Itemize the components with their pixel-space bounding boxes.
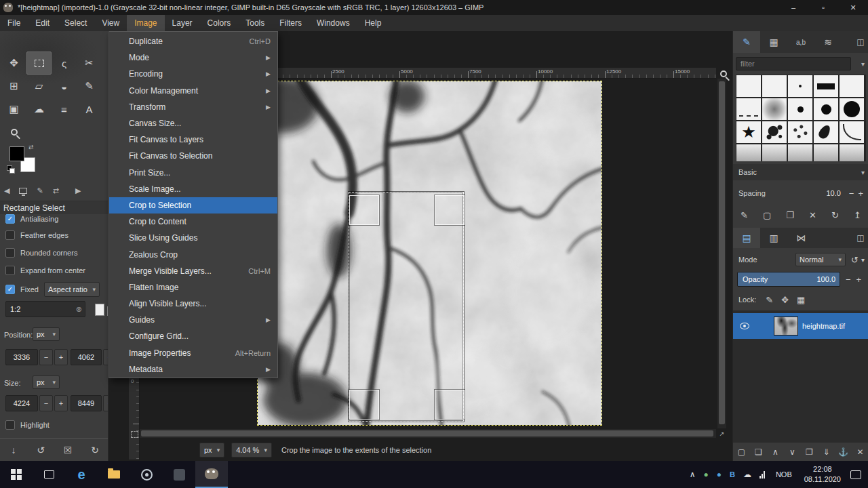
brush-swatch[interactable] — [788, 98, 812, 120]
color-area[interactable]: ⇄ — [7, 144, 45, 176]
statusbar-zoom-dropdown[interactable]: 4.04 % — [231, 443, 272, 458]
configure-tab-icon[interactable]: ◫ — [852, 228, 868, 248]
menu-item-configure-grid[interactable]: Configure Grid... — [109, 328, 277, 344]
save-preset-icon[interactable]: ↓ — [0, 445, 27, 455]
brush-swatch[interactable] — [814, 121, 838, 143]
bluetooth-icon[interactable]: B — [730, 470, 735, 479]
brush-swatch[interactable] — [736, 144, 761, 161]
menu-item-canvas-size[interactable]: Canvas Size... — [109, 115, 277, 131]
selection-handle-top-left[interactable] — [349, 195, 379, 225]
menu-filters[interactable]: Filters — [272, 15, 309, 31]
maximize-button[interactable]: ▫ — [808, 0, 838, 15]
layer-thumbnail[interactable] — [774, 317, 798, 336]
steam-button[interactable] — [130, 461, 163, 488]
brush-swatch[interactable] — [788, 121, 812, 143]
size-width-decrement-button[interactable]: − — [39, 395, 53, 411]
position-y-decrement-button[interactable]: − — [103, 349, 108, 365]
tab-fonts[interactable]: a,b — [787, 31, 814, 53]
menu-item-metadata[interactable]: Metadata▶ — [109, 361, 277, 378]
new-brush-icon[interactable]: ▢ — [763, 210, 771, 220]
reset-tool-options-icon[interactable]: ↻ — [81, 445, 108, 455]
menu-item-color-management[interactable]: Color Management▶ — [109, 83, 277, 99]
open-brush-icon[interactable]: ↥ — [854, 210, 861, 220]
layer-row-heightmap[interactable]: heightmap.tif — [733, 313, 868, 339]
edit-brush-icon[interactable]: ✎ — [741, 210, 748, 220]
tab-layers[interactable]: ▤ — [733, 228, 760, 248]
brush-swatch[interactable] — [736, 75, 761, 97]
lock-alpha-icon[interactable]: ▦ — [797, 295, 805, 305]
expand-row[interactable]: Expand from center — [0, 263, 108, 278]
menu-select[interactable]: Select — [57, 15, 94, 31]
selection-rectangle[interactable] — [349, 192, 464, 422]
menu-item-crop-to-content[interactable]: Crop to Content — [109, 214, 277, 230]
swap-colors-icon[interactable]: ⇄ — [28, 144, 34, 150]
refresh-brushes-icon[interactable]: ↻ — [831, 210, 839, 220]
brush-swatch[interactable]: ★ — [736, 121, 761, 143]
tab-gradients[interactable]: ≋ — [814, 31, 842, 53]
antialiasing-row[interactable]: Antialiasing — [0, 211, 108, 226]
onedrive-cloud-icon[interactable]: ☁ — [743, 470, 751, 479]
tool-clone-button[interactable]: ▣ — [1, 98, 26, 121]
selection-handle-top-right[interactable] — [435, 195, 465, 225]
menu-item-guides[interactable]: Guides▶ — [109, 312, 277, 328]
vertical-scrollbar[interactable] — [717, 79, 726, 428]
new-layer-icon[interactable]: ▢ — [733, 447, 750, 457]
opacity-increment-icon[interactable]: + — [856, 274, 862, 285]
menu-item-zealous-crop[interactable]: Zealous Crop — [109, 246, 277, 262]
device-status-tab-icon[interactable]: ✎ — [37, 186, 43, 195]
tool-bucket-fill-button[interactable]: ◒ — [52, 75, 77, 98]
file-explorer-button[interactable] — [98, 461, 130, 488]
spacing-decrement-icon[interactable]: − — [849, 188, 854, 199]
chevron-down-icon[interactable]: ▾ — [861, 60, 865, 68]
menu-item-slice-using-guides[interactable]: Slice Using Guides — [109, 230, 277, 246]
anchor-layer-icon[interactable]: ⚓ — [835, 447, 852, 457]
menu-item-fit-canvas-to-layers[interactable]: Fit Canvas to Layers — [109, 131, 277, 148]
restore-preset-icon[interactable]: ↺ — [27, 445, 54, 455]
size-unit-dropdown[interactable]: px — [33, 375, 60, 389]
lock-position-icon[interactable]: ✥ — [781, 295, 789, 305]
duplicate-layer-icon[interactable]: ❐ — [801, 447, 818, 457]
selection-handle-bottom-right[interactable] — [435, 390, 465, 420]
highlight-row[interactable]: Highlight — [0, 418, 108, 432]
tool-crop-button[interactable]: ⊞ — [1, 75, 26, 98]
menu-item-transform[interactable]: Transform▶ — [109, 99, 277, 115]
position-x-field[interactable]: 3336 — [5, 349, 38, 365]
tab-scroll-left-icon[interactable]: ◀ — [4, 186, 9, 195]
network-icon[interactable] — [760, 471, 765, 479]
merge-down-icon[interactable]: ⇓ — [818, 447, 835, 457]
tool-move-button[interactable]: ✥ — [1, 52, 26, 75]
new-layer-group-icon[interactable]: ❏ — [750, 447, 767, 457]
rounded-row[interactable]: Rounded corners — [0, 245, 108, 260]
menu-item-flatten-image[interactable]: Flatten Image — [109, 279, 277, 296]
statusbar-unit-dropdown[interactable]: px — [199, 443, 224, 458]
tray-app-icon-blue[interactable]: ● — [717, 470, 722, 479]
gimp-taskbar-button[interactable] — [195, 461, 228, 488]
size-width-field[interactable]: 4224 — [5, 395, 38, 411]
tab-channels[interactable]: ▥ — [760, 228, 787, 248]
navigation-preview-button[interactable]: ↗ — [717, 429, 726, 438]
tray-app-icon-green[interactable]: ● — [703, 470, 708, 479]
language-indicator[interactable]: NOB — [776, 470, 792, 479]
menu-view[interactable]: View — [94, 15, 127, 31]
lower-layer-icon[interactable]: ∨ — [784, 447, 801, 457]
selection-handle-bottom-left[interactable] — [349, 390, 379, 420]
brush-swatch[interactable] — [788, 144, 812, 161]
brush-swatch[interactable] — [814, 98, 838, 120]
tool-smudge-button[interactable]: ☁ — [26, 98, 52, 121]
brush-swatch[interactable] — [762, 98, 787, 120]
portrait-orientation-icon[interactable] — [95, 304, 104, 316]
layer-visibility-eye-icon[interactable] — [740, 323, 749, 329]
pinned-app-button[interactable] — [163, 461, 195, 488]
opacity-decrement-icon[interactable]: − — [846, 274, 851, 285]
brush-swatch[interactable] — [788, 75, 812, 97]
clear-ratio-icon[interactable]: ⊗ — [76, 305, 82, 314]
brush-swatch[interactable] — [840, 98, 864, 120]
aspect-ratio-dropdown[interactable]: Aspect ratio — [44, 282, 100, 297]
menu-item-encoding[interactable]: Encoding▶ — [109, 66, 277, 82]
menu-item-print-size[interactable]: Print Size... — [109, 165, 277, 181]
zoom-indicator-button[interactable] — [717, 68, 730, 79]
hidden-icons-chevron[interactable]: ∧ — [690, 470, 696, 479]
tool-zoom-button[interactable] — [1, 121, 26, 144]
menu-item-crop-to-selection[interactable]: Crop to Selection — [109, 197, 277, 214]
menu-help[interactable]: Help — [357, 15, 389, 31]
